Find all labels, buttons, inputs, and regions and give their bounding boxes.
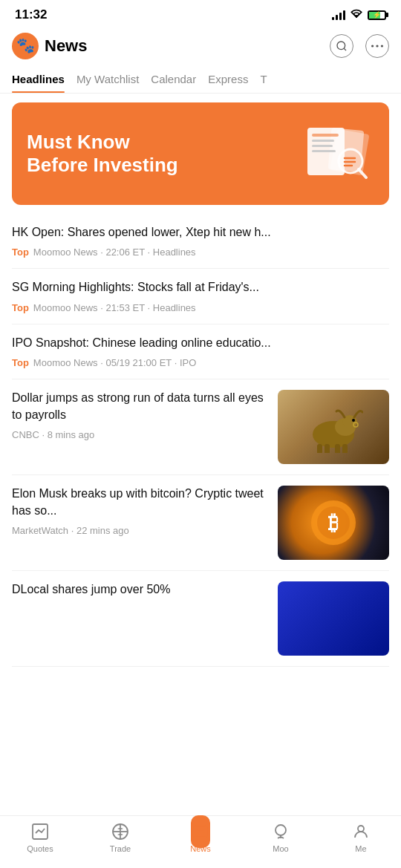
svg-point-5 (381, 45, 383, 47)
battery-icon: ⚡ (368, 10, 386, 20)
more-button[interactable] (365, 34, 389, 58)
tab-calendar[interactable]: Calendar (151, 65, 208, 93)
news-list: HK Open: Shares opened lower, Xtep hit n… (0, 214, 401, 667)
svg-rect-24 (342, 444, 348, 453)
status-time: 11:32 (15, 7, 47, 22)
svg-rect-22 (325, 444, 330, 453)
list-item[interactable]: IPO Snapshot: Chinese leading online edu… (12, 324, 389, 379)
svg-rect-12 (312, 150, 336, 152)
tag-top: Top (12, 247, 29, 258)
news-icon (191, 822, 210, 841)
svg-point-40 (358, 826, 364, 832)
list-item[interactable]: SG Morning Highlights: Stocks fall at Fr… (12, 269, 389, 324)
search-button[interactable] (330, 34, 353, 58)
nav-me[interactable]: Me (339, 822, 383, 853)
trade-icon (111, 822, 130, 841)
chart-icon (30, 822, 50, 841)
svg-rect-10 (312, 140, 334, 142)
tab-watchlist[interactable]: My Watchlist (76, 65, 151, 93)
news-source: Moomoo News · 22:06 ET · Headlines (33, 247, 196, 258)
signal-icon (332, 10, 345, 20)
svg-point-3 (371, 45, 374, 47)
svg-point-2 (337, 42, 345, 50)
news-source: Moomoo News · 05/19 21:00 ET · IPO (33, 357, 196, 368)
tag-top: Top (12, 302, 29, 313)
svg-point-25 (352, 419, 355, 422)
banner-illustration (293, 120, 374, 187)
svg-point-4 (376, 45, 378, 47)
header-actions (330, 34, 389, 58)
svg-text:🐾: 🐾 (16, 36, 35, 54)
list-item[interactable]: Dollar jumps as strong run of data turns… (12, 379, 389, 475)
status-icons: ⚡ (332, 9, 386, 22)
news-source: Moomoo News · 21:53 ET · Headlines (33, 302, 196, 313)
news-source: CNBC · 8 mins ago (12, 429, 94, 440)
app-logo: 🐾 (12, 33, 39, 59)
news-thumbnail (278, 581, 389, 656)
list-item[interactable]: HK Open: Shares opened lower, Xtep hit n… (12, 214, 389, 269)
status-bar: 11:32 ⚡ (0, 0, 401, 27)
header: 🐾 News (0, 27, 401, 65)
tabs-bar: Headlines My Watchlist Calendar Express … (0, 65, 401, 94)
svg-text:₿: ₿ (328, 512, 339, 535)
tag-top: Top (12, 357, 29, 368)
bottom-nav: Quotes Trade News (0, 815, 401, 868)
tab-headlines[interactable]: Headlines (12, 65, 76, 93)
banner-card[interactable]: Must Know Before Investing (12, 102, 389, 205)
tab-express[interactable]: Express (208, 65, 260, 93)
nav-quotes[interactable]: Quotes (18, 822, 62, 853)
news-thumbnail (278, 390, 389, 464)
tab-t[interactable]: T (260, 65, 278, 93)
me-icon (351, 822, 371, 841)
nav-moo[interactable]: Moo (258, 822, 303, 853)
nav-trade[interactable]: Trade (98, 822, 143, 853)
page-title: News (45, 36, 330, 56)
moo-icon (271, 822, 290, 841)
news-source: MarketWatch · 22 mins ago (12, 525, 129, 536)
svg-rect-11 (312, 145, 333, 147)
svg-point-38 (276, 825, 286, 835)
svg-rect-23 (335, 444, 340, 453)
list-item[interactable]: DLocal shares jump over 50% (12, 571, 389, 667)
svg-rect-9 (312, 134, 339, 137)
wifi-icon (350, 9, 363, 22)
list-item[interactable]: Elon Musk breaks up with bitcoin? Crypti… (12, 475, 389, 571)
banner-text: Must Know Before Investing (27, 131, 178, 177)
nav-news[interactable]: News (178, 822, 223, 853)
svg-rect-21 (317, 444, 322, 453)
news-thumbnail: ₿ (278, 486, 389, 560)
